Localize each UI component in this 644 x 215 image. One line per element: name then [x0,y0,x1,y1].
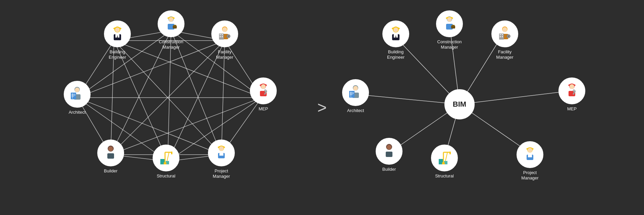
svg-rect-57 [71,93,76,99]
label2-builder: Builder [382,167,396,172]
svg-point-55 [75,88,79,92]
svg-rect-48 [220,34,221,35]
node2-architect: Architect [339,79,372,114]
node-circle-facility-manager [211,20,238,47]
svg-point-53 [228,36,229,37]
node-circle-builder [97,140,124,166]
node2-structural: Structural [428,145,461,179]
label2-building-engineer: BuildingEngineer [387,49,405,61]
node-facility-manager: FacilityManager [208,20,241,61]
node2-circle-architect [342,79,369,106]
label-building-engineer: Building Engineer [101,49,134,61]
node2-circle-construction-manager [436,10,463,37]
node-circle-mep [250,77,277,104]
node-architect: Architect [60,81,94,115]
svg-point-39 [169,17,173,22]
node-circle-architect [64,81,91,108]
svg-rect-113 [500,34,501,35]
node2-circle-building-engineer [382,20,409,47]
node2-construction-manager: ConstructionManager [433,10,466,51]
svg-rect-71 [107,153,114,159]
label-mep: MEP [259,106,268,112]
node2-circle-mep [558,77,585,104]
arrow-divider: > [312,98,332,117]
svg-point-70 [108,147,113,151]
label2-facility-manager: FacilityManager [496,49,513,61]
svg-rect-114 [502,34,503,35]
label2-construction-manager: ConstructionManager [437,39,462,51]
svg-point-32 [115,28,120,32]
node-building-engineer: Building Engineer [101,20,134,61]
node-circle-project-manager [208,140,235,166]
svg-rect-136 [386,152,392,157]
bim-label: BIM [453,100,466,109]
svg-point-97 [393,28,398,32]
node-mep: MEP [247,77,280,112]
svg-rect-42 [173,25,176,26]
diagram-traditional: Building Engineer ConstructionManage [54,10,309,205]
label2-project-manager: ProjectManager [521,170,538,181]
node2-circle-structural [431,145,458,171]
svg-rect-77 [164,162,166,164]
node-circle-structural [153,145,179,171]
svg-line-90 [460,91,570,104]
label-architect: Architect [69,110,86,115]
svg-point-118 [508,36,509,37]
node-circle-building-engineer [104,20,131,47]
svg-rect-149 [528,155,532,157]
svg-line-23 [111,98,262,155]
label-structural: Structural [157,173,175,179]
svg-rect-122 [349,91,355,98]
svg-rect-84 [219,153,223,156]
svg-point-104 [447,17,452,22]
svg-rect-107 [452,25,454,26]
svg-point-120 [353,86,358,91]
node2-circle-project-manager [517,141,543,168]
svg-point-135 [387,145,391,150]
node-structural: Structural [149,145,183,179]
node-construction-manager: ConstructionManager [154,10,188,51]
node2-building-engineer: BuildingEngineer [379,20,413,61]
svg-rect-50 [220,36,221,37]
node2-facility-manager: FacilityManager [488,20,522,61]
node-builder: Builder [94,140,127,174]
bim-center-node: BIM [444,89,475,119]
node2-project-manager: ProjectManager [513,141,547,181]
svg-point-110 [502,27,507,32]
svg-rect-143 [449,152,451,154]
svg-rect-116 [502,36,503,37]
svg-point-133 [573,90,575,92]
label-facility-manager: FacilityManager [216,49,233,61]
svg-rect-115 [500,36,501,37]
svg-line-141 [445,152,447,161]
svg-rect-142 [442,162,445,164]
label-construction-manager: ConstructionManager [159,39,183,51]
node2-circle-builder [376,138,402,165]
node2-builder: Builder [372,138,406,172]
diagram-bim: BIM BuildingEngineer [335,10,590,205]
node-project-manager: ProjectManager [205,140,238,180]
svg-line-14 [77,41,225,98]
main-container: Building Engineer ConstructionManage [0,0,644,215]
svg-point-130 [570,84,574,89]
svg-rect-49 [222,34,223,35]
svg-point-82 [219,146,224,151]
label-project-manager: ProjectManager [213,168,230,180]
node2-mep: MEP [555,77,589,112]
svg-point-68 [264,90,266,92]
node-circle-construction-manager [158,10,184,37]
node2-circle-facility-manager [491,20,518,47]
svg-point-147 [528,148,532,153]
svg-rect-51 [222,36,223,37]
label2-mep: MEP [567,106,577,112]
label-builder: Builder [104,168,117,174]
svg-line-76 [167,152,169,161]
label2-structural: Structural [435,173,454,179]
svg-point-45 [222,27,227,32]
svg-rect-78 [171,152,172,154]
label2-architect: Architect [347,108,364,114]
greater-than-arrow: > [317,98,327,117]
svg-point-65 [261,84,266,89]
